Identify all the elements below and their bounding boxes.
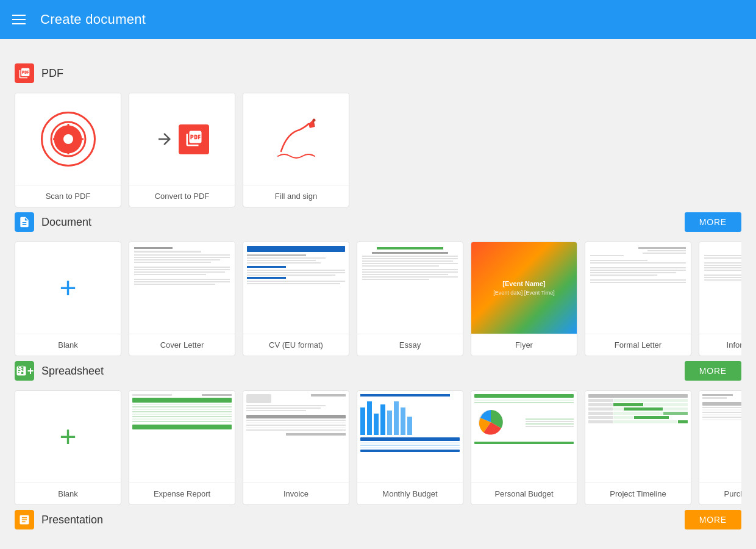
flyer-label: Flyer (471, 334, 577, 356)
flyer-preview: [Event Name] [Event date] [Event Time] (471, 242, 577, 334)
personal-budget-label: Personal Budget (471, 483, 577, 504)
doc-blank-preview: + (15, 242, 121, 334)
pres-section-icon (15, 510, 34, 529)
template-ss-blank[interactable]: + Blank (15, 390, 121, 505)
essay-preview (357, 242, 463, 334)
ss-section-icon: + (15, 361, 34, 381)
template-cv-eu[interactable]: CV (EU format) (243, 242, 349, 356)
doc-section-title: Document (41, 216, 91, 229)
invoice-preview (243, 391, 349, 483)
document-section-header: Document MORE (15, 212, 741, 232)
pdf-section-header: PDF (15, 63, 741, 83)
pres-title-group: Presentation (15, 510, 103, 529)
convert-pdf-label: Convert to PDF (129, 185, 235, 207)
informal-letter-label: Informal Letter (699, 334, 741, 356)
presentation-section-header: Presentation MORE (15, 510, 741, 529)
project-timeline-label: Project Timeline (585, 483, 691, 504)
doc-section-icon (15, 212, 34, 232)
doc-blank-label: Blank (15, 334, 121, 356)
doc-more-button[interactable]: MORE (685, 212, 741, 232)
template-essay[interactable]: Essay (357, 242, 463, 356)
template-expense-report[interactable]: Expense Report (129, 390, 235, 505)
ss-more-button[interactable]: MORE (685, 361, 741, 381)
template-invoice[interactable]: Invoice (243, 390, 349, 505)
pdf-template-grid: Scan to PDF Convert to PDF (15, 93, 741, 207)
fill-sign-label: Fill and sign (243, 185, 349, 207)
purchase-order-label: Purchase Order (699, 483, 741, 504)
spreadsheet-section-header: + Spreadsheet MORE (15, 361, 741, 381)
fill-sign-preview (243, 93, 349, 185)
template-monthly-budget[interactable]: Monthly Budget (357, 390, 463, 505)
cover-letter-label: Cover Letter (129, 334, 235, 356)
invoice-label: Invoice (243, 483, 349, 504)
template-flyer[interactable]: [Event Name] [Event date] [Event Time] F… (471, 242, 577, 356)
ss-section-title: Spreadsheet (41, 365, 104, 378)
template-convert-pdf[interactable]: Convert to PDF (129, 93, 235, 207)
ss-blank-label: Blank (15, 483, 121, 504)
header: Create document (0, 0, 756, 39)
svg-point-10 (312, 119, 315, 122)
purchase-order-preview (699, 391, 741, 483)
pdf-title-group: PDF (15, 63, 63, 83)
formal-letter-label: Formal Letter (585, 334, 691, 356)
header-title: Create document (40, 12, 146, 27)
monthly-budget-label: Monthly Budget (357, 483, 463, 504)
template-personal-budget[interactable]: Personal Budget (471, 390, 577, 505)
template-scan-pdf[interactable]: Scan to PDF (15, 93, 121, 207)
main-content: PDF (0, 39, 756, 549)
template-fill-sign[interactable]: Fill and sign (243, 93, 349, 207)
monthly-budget-preview (357, 391, 463, 483)
ss-blank-preview: + (15, 391, 121, 483)
template-informal-letter[interactable]: Informal Letter (699, 242, 741, 356)
formal-letter-preview (585, 242, 691, 334)
template-project-timeline[interactable]: Project Timeline (585, 390, 691, 505)
project-timeline-preview (585, 391, 691, 483)
doc-blank-plus-icon: + (59, 273, 76, 303)
ss-title-group: + Spreadsheet (15, 361, 104, 381)
expense-report-label: Expense Report (129, 483, 235, 504)
template-formal-letter[interactable]: Formal Letter (585, 242, 691, 356)
pres-more-button[interactable]: MORE (685, 510, 741, 529)
convert-pdf-preview (129, 93, 235, 185)
informal-letter-preview (699, 242, 741, 334)
template-purchase-order[interactable]: Purchase Order (699, 390, 741, 505)
scan-pdf-label: Scan to PDF (15, 185, 121, 207)
pdf-section-icon (15, 63, 34, 83)
personal-budget-preview (471, 391, 577, 483)
pdf-section-title: PDF (41, 67, 63, 80)
doc-template-grid: + Blank (15, 242, 741, 356)
doc-title-group: Document (15, 212, 91, 232)
cv-eu-label: CV (EU format) (243, 334, 349, 356)
cover-letter-preview (129, 242, 235, 334)
essay-label: Essay (357, 334, 463, 356)
cv-eu-preview (243, 242, 349, 334)
scan-pdf-preview (15, 93, 121, 185)
svg-point-3 (63, 134, 73, 144)
menu-icon[interactable] (12, 15, 26, 24)
expense-report-preview (129, 391, 235, 483)
template-doc-blank[interactable]: + Blank (15, 242, 121, 356)
ss-blank-plus-icon: + (59, 422, 76, 451)
template-cover-letter[interactable]: Cover Letter (129, 242, 235, 356)
ss-template-grid: + Blank (15, 390, 741, 505)
pres-section-title: Presentation (41, 514, 103, 526)
